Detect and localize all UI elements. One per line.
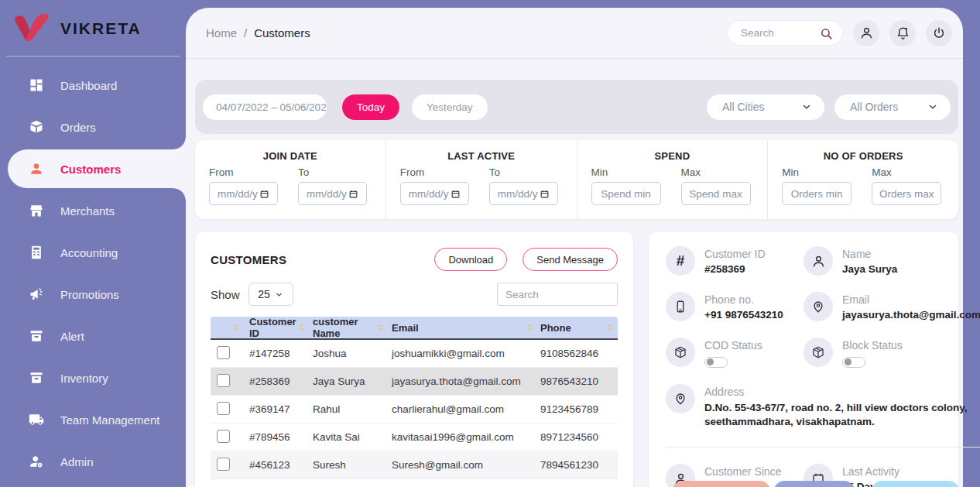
table-row-selected[interactable]: #258369 Jaya Surya jayasurya.thota@gmail… <box>211 368 618 396</box>
cell-phone: 8971234560 <box>537 431 618 443</box>
show-label: Show <box>211 288 240 301</box>
join-date-to-input[interactable]: mm/dd/yyyy <box>298 182 367 205</box>
brand-logo[interactable]: VIKRETA <box>0 0 186 54</box>
row-checkbox[interactable] <box>217 458 230 471</box>
date-placeholder: mm/dd/yyyy <box>409 188 449 200</box>
table-row[interactable]: #789456 Kavita Sai kavitasai1996@gmail.c… <box>211 424 618 451</box>
last-active-to-input[interactable]: mm/dd/yyyy <box>489 182 558 205</box>
profile-button[interactable] <box>853 20 879 46</box>
row-checkbox[interactable] <box>217 430 230 443</box>
all-cities-value: All Cities <box>722 101 764 113</box>
sidebar: VIKRETA Dashboard Orders Customers <box>0 0 186 487</box>
detail-email: Email jayasurya.thota@gmail.com <box>804 292 980 321</box>
breadcrumb-home-link[interactable]: Home <box>206 26 237 39</box>
cell-customer-id: #258369 <box>242 376 310 387</box>
cell-customer-id: #789456 <box>242 431 310 443</box>
topbar-actions <box>727 20 952 46</box>
sidebar-item-admin[interactable]: Admin <box>0 442 186 481</box>
inventory-icon <box>28 369 45 386</box>
column-header-phone[interactable]: Phone <box>537 322 618 334</box>
hash-icon: # <box>666 246 695 276</box>
customers-icon <box>28 160 45 177</box>
detail-action-button-3[interactable] <box>871 481 960 487</box>
cell-phone: 7894561230 <box>537 459 618 471</box>
table-header-row: Customer ID customer Name Email Phone <box>211 317 618 340</box>
sidebar-item-team-management[interactable]: Team Management <box>0 400 186 439</box>
table-row[interactable]: #369147 Rahul charlierahul@gmail.com 912… <box>211 396 618 424</box>
field-label: From <box>209 166 278 178</box>
sort-icon[interactable] <box>607 324 613 331</box>
detail-action-button-2[interactable] <box>773 481 855 487</box>
column-header-customer-id[interactable]: Customer ID <box>242 316 310 339</box>
calendar-icon <box>451 189 461 199</box>
join-date-from-input[interactable]: mm/dd/yyyy <box>209 182 278 205</box>
detail-actions <box>672 481 958 487</box>
breadcrumb-current: Customers <box>254 26 310 39</box>
table-row[interactable]: #456123 Suresh Suresh@gmail.com 78945612… <box>211 451 618 479</box>
orders-max-input[interactable]: Orders max <box>872 182 941 205</box>
customers-table: Customer ID customer Name Email Phone <box>211 317 618 479</box>
sort-icon[interactable] <box>526 324 533 331</box>
sidebar-item-orders[interactable]: Orders <box>0 108 186 146</box>
sidebar-item-promotions[interactable]: Promotions <box>0 275 186 314</box>
sidebar-item-label: Customers <box>60 163 121 176</box>
row-checkbox[interactable] <box>217 402 230 415</box>
sort-icon[interactable] <box>378 324 384 331</box>
customers-card-title: CUSTOMERS <box>211 253 286 266</box>
sidebar-item-label: Inventory <box>60 372 108 385</box>
page-size-select[interactable]: 25 <box>248 283 293 306</box>
table-search-input[interactable] <box>497 283 618 306</box>
row-checkbox[interactable] <box>217 346 230 359</box>
block-status-toggle[interactable] <box>842 357 865 368</box>
detail-cod-status: COD Status <box>666 338 804 368</box>
row-checkbox[interactable] <box>217 374 230 387</box>
field-label: Max <box>681 166 751 178</box>
download-button[interactable]: Download <box>434 248 507 271</box>
spend-max-input[interactable]: Spend max <box>681 182 751 205</box>
detail-action-button-1[interactable] <box>672 481 771 487</box>
page-size-value: 25 <box>258 288 270 300</box>
sidebar-item-merchants[interactable]: Merchants <box>0 191 186 230</box>
sort-icon[interactable] <box>232 324 238 331</box>
sidebar-item-label: Alert <box>60 330 84 343</box>
date-placeholder: mm/dd/yyyy <box>307 188 347 200</box>
sidebar-item-alert[interactable]: Alert <box>0 317 186 355</box>
cell-email: charlierahul@gmail.com <box>389 403 537 415</box>
sort-icon[interactable] <box>299 324 305 331</box>
last-active-from-input[interactable]: mm/dd/yyyy <box>400 182 469 205</box>
send-message-button[interactable]: Send Message <box>523 248 618 271</box>
detail-name: Name Jaya Surya <box>804 246 980 276</box>
search-icon[interactable] <box>820 27 833 40</box>
cell-customer-id: #147258 <box>242 348 310 359</box>
breadcrumb: Home / Customers <box>206 26 310 39</box>
all-orders-dropdown[interactable]: All Orders <box>834 94 951 120</box>
sidebar-item-inventory[interactable]: Inventory <box>0 358 186 397</box>
all-orders-value: All Orders <box>850 101 898 113</box>
yesterday-button[interactable]: Yesterday <box>412 94 488 120</box>
column-header-customer-name[interactable]: customer Name <box>310 316 389 339</box>
cod-status-toggle[interactable] <box>704 357 728 368</box>
cell-customer-name: Rahul <box>310 403 389 415</box>
field-label: To <box>489 166 558 178</box>
smartphone-icon <box>666 292 695 321</box>
notifications-button[interactable] <box>889 20 916 46</box>
input-placeholder: Spend min <box>601 188 651 200</box>
detail-label: COD Status <box>704 339 762 352</box>
spend-min-input[interactable]: Spend min <box>591 182 661 205</box>
global-search-input[interactable] <box>741 27 826 39</box>
orders-min-input[interactable]: Orders min <box>782 182 852 205</box>
today-button[interactable]: Today <box>342 94 399 120</box>
sidebar-item-accounting[interactable]: Accounting <box>0 233 186 272</box>
date-range-picker[interactable]: 04/07/2022 – 05/06/2022 <box>203 94 327 120</box>
chevron-down-icon <box>275 290 283 299</box>
location-pin-icon <box>666 384 695 413</box>
person-icon <box>804 246 833 276</box>
table-row[interactable]: #147258 Joshua joshuamikki@gmail.com 910… <box>211 340 618 368</box>
column-header-email[interactable]: Email <box>389 322 537 334</box>
chevron-down-icon <box>927 101 938 112</box>
sidebar-item-dashboard[interactable]: Dashboard <box>0 66 186 105</box>
input-placeholder: Orders min <box>791 188 843 200</box>
logout-button[interactable] <box>926 20 952 46</box>
all-cities-dropdown[interactable]: All Cities <box>707 94 824 120</box>
sidebar-item-customers[interactable]: Customers <box>8 149 186 188</box>
